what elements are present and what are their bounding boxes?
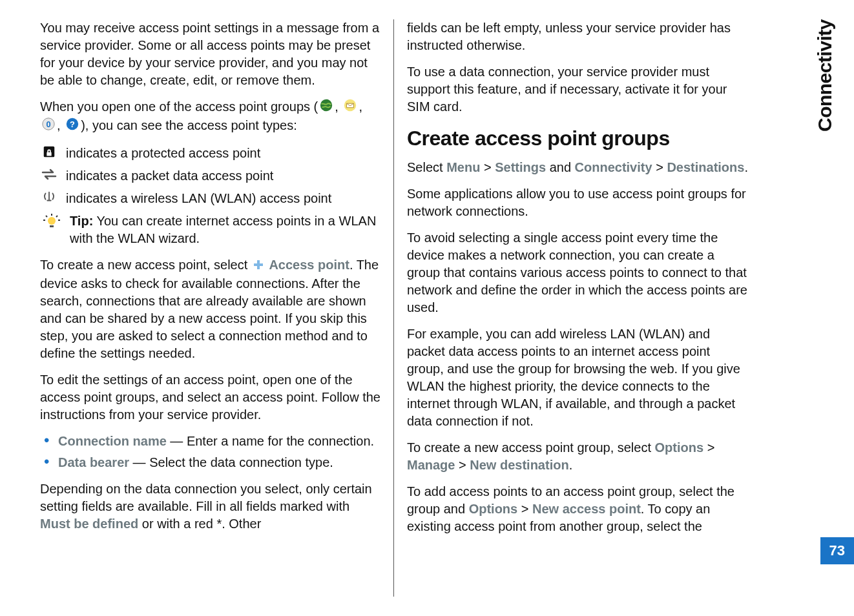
options-label: Options [655,440,704,455]
list-item: Data bearer — Select the data connection… [40,454,380,471]
paragraph: You may receive access point settings in… [40,19,380,89]
tip-block: Tip: You can create internet access poin… [40,212,380,247]
access-point-label: Access point [269,258,349,272]
text: > [652,160,667,174]
text: . The device asks to check for available… [40,258,379,360]
text: , [359,99,362,114]
packet-arrows-icon [40,167,58,181]
text: Depending on the data connection you sel… [40,482,372,513]
paragraph: To create a new access point, select Acc… [40,256,380,362]
lock-square-icon [40,145,58,159]
indicator-row: indicates a protected access point [40,145,380,162]
paragraph: fields can be left empty, unless your se… [407,19,748,54]
text: > [517,502,532,516]
tip-label: Tip: [70,214,93,228]
indicator-text: indicates a wireless LAN (WLAN) access p… [66,190,380,207]
connectivity-label: Connectivity [575,160,652,174]
question-icon: ? [65,117,79,136]
text: and [546,160,574,174]
text: You can create internet access points in… [70,214,376,245]
list-item: Connection name — Enter a name for the c… [40,433,380,450]
svg-text:0: 0 [46,119,50,129]
side-tab: Connectivity 73 [796,0,854,616]
text: > [455,458,470,472]
indicator-row: indicates a packet data access point [40,167,380,185]
paragraph: To avoid selecting a single access point… [407,229,748,316]
tip-text: Tip: You can create internet access poin… [70,212,380,247]
envelope-icon [343,98,357,117]
paragraph: Depending on the data connection you sel… [40,480,380,533]
options-label: Options [469,502,518,516]
text: To create a new access point group, sele… [407,440,655,455]
svg-rect-9 [254,263,263,266]
setting-label: Connection name [58,434,167,448]
indicator-text: indicates a packet data access point [66,167,380,185]
text: Select [407,160,446,174]
settings-list: Connection name — Enter a name for the c… [40,433,380,471]
must-be-defined-label: Must be defined [40,517,138,531]
settings-label: Settings [495,160,546,174]
destinations-label: Destinations [667,160,744,174]
nav-path: Select Menu > Settings and Connectivity … [407,159,748,176]
svg-text:?: ? [70,119,75,129]
text: — Enter a name for the connection. [167,434,374,448]
text: To create a new access point, select [40,258,251,272]
paragraph: To edit the settings of an access point,… [40,371,380,424]
text: , [335,99,342,114]
lightbulb-icon [40,212,63,232]
paragraph: For example, you can add wireless LAN (W… [407,325,748,430]
svg-point-0 [320,99,332,111]
manage-label: Manage [407,458,455,472]
text: . [569,458,573,472]
new-access-point-label: New access point [532,502,641,516]
indicator-text: indicates a protected access point [66,145,380,162]
paragraph: Some applications allow you to use acces… [407,185,748,220]
text: > [703,440,714,455]
text: — Select the data connection type. [129,455,333,469]
paragraph: When you open one of the access point gr… [40,98,380,136]
chapter-title: Connectivity [814,19,836,132]
plus-icon [253,258,264,275]
page-number: 73 [820,537,854,564]
paragraph: To add access points to an access point … [407,483,748,535]
indicator-row: indicates a wireless LAN (WLAN) access p… [40,190,380,207]
text: or with a red *. Other [138,517,261,531]
new-destination-label: New destination [470,458,568,472]
svg-point-7 [48,217,56,225]
text: ), you can see the access point types: [81,118,297,132]
left-column: You may receive access point settings in… [32,19,394,597]
globe-icon [319,98,333,117]
paragraph: To use a data connection, your service p… [407,63,748,116]
section-heading: Create access point groups [407,125,748,152]
setting-label: Data bearer [58,455,129,469]
text: When you open one of the access point gr… [40,99,318,114]
zero-icon: 0 [41,117,56,136]
text: > [480,160,495,174]
menu-label: Menu [446,160,480,174]
wlan-antenna-icon [40,190,58,204]
page-content: You may receive access point settings in… [0,0,854,616]
text: , [57,118,64,132]
paragraph: To create a new access point group, sele… [407,439,748,474]
text: . [744,160,748,174]
right-column: fields can be left empty, unless your se… [394,19,756,597]
